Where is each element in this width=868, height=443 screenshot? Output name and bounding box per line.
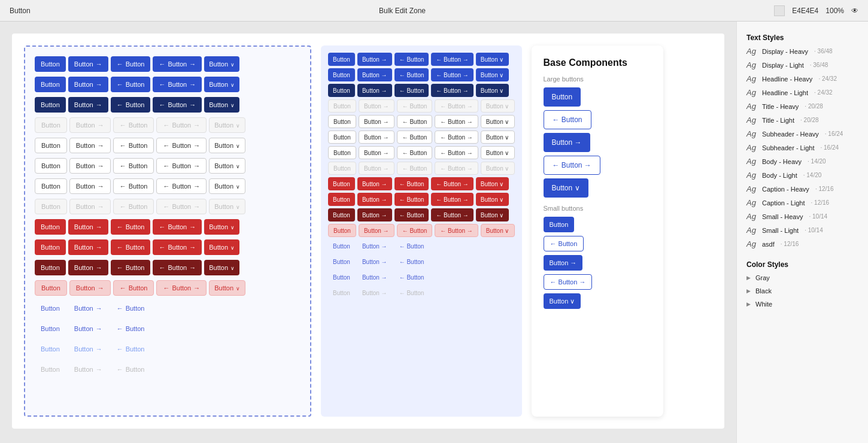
sm-blue-chev-2[interactable]: Button ∨ [476,68,509,81]
sm-navy-chev[interactable]: Button ∨ [476,84,509,97]
sm-link-left-3[interactable]: ← Button [394,271,429,284]
sm-navy-plain[interactable]: Button [328,84,355,97]
sm-blue-both-2[interactable]: ← Button → [431,68,473,81]
sm-ghost-both[interactable]: ← Button → [435,99,478,113]
eye-icon[interactable]: 👁 [851,7,858,15]
btn-red-dark-left[interactable]: Button [111,260,151,275]
sm-blue-arrow-2[interactable]: Button → [357,68,392,81]
btn-link-arrow-4[interactable]: Button [68,362,108,377]
btn-link-plain-4[interactable]: Button [35,362,66,377]
text-style-headline-light[interactable]: Ag Headline - Light · 24/32 [737,86,868,99]
btn-ghost-chev[interactable]: Button [209,117,245,133]
btn-link-left-1[interactable]: Button [111,301,151,316]
btn-blue-chevron[interactable]: Button [204,56,239,72]
text-style-display-heavy[interactable]: Ag Display - Heavy · 36/48 [737,44,868,58]
btn-outline-plain-2[interactable]: Button [35,158,67,174]
sm-outline-both-3[interactable]: ← Button → [435,146,478,159]
sm-outline-left-2[interactable]: ← Button [397,131,433,144]
sm-outline-both-2[interactable]: ← Button → [435,131,478,144]
btn-outline-left-1[interactable]: Button [113,138,154,153]
btn-ghost-2-both[interactable]: Button [156,199,207,214]
btn-ghost-both[interactable]: Button [156,117,207,133]
btn-red-left-2[interactable]: Button [111,239,151,255]
sm-red-arrow-1[interactable]: Button → [357,177,392,190]
btn-link-arrow-1[interactable]: Button [68,301,108,316]
sm-blue-left-2[interactable]: ← Button [394,68,429,81]
btn-outline-plain-1[interactable]: Button [35,138,67,153]
btn-blue-2-left[interactable]: Button [111,77,151,92]
btn-blue-arrow[interactable]: Button [68,56,108,72]
bc-small-btn-2[interactable]: ← Button [544,236,584,251]
text-style-caption-light[interactable]: Ag Caption - Light · 12/16 [737,196,868,210]
sm-outline-both-1[interactable]: ← Button → [435,115,478,128]
sm-outline-left-3[interactable]: ← Button [397,146,433,159]
sm-blue-plain-1[interactable]: Button [328,53,355,66]
btn-red-chev-2[interactable]: Button [204,239,239,255]
btn-navy-left[interactable]: Button [111,97,151,113]
text-style-subheader-light[interactable]: Ag Subheader - Light · 16/24 [737,141,868,154]
btn-red-light-left[interactable]: Button [113,280,154,296]
bc-large-btn-1[interactable]: Button [544,87,581,107]
sm-outline-arrow-2[interactable]: Button → [359,131,394,144]
btn-outline-plain-3[interactable]: Button [35,178,67,194]
bc-small-btn-1[interactable]: Button [544,217,575,232]
text-style-small-light[interactable]: Ag Small - Light · 10/14 [737,223,868,237]
sm-ghost2-arrow[interactable]: Button → [359,162,394,175]
text-style-title-heavy[interactable]: Ag Title - Heavy · 20/28 [737,99,868,113]
bc-small-btn-4[interactable]: ← Button → [544,274,593,290]
btn-outline-chev-3[interactable]: Button [209,178,245,194]
sm-ghost2-plain[interactable]: Button [328,162,356,175]
btn-link-left-2[interactable]: Button [111,321,151,336]
sm-link-plain-1[interactable]: Button [328,239,355,253]
text-style-display-light[interactable]: Ag Display - Light · 36/48 [737,58,868,72]
btn-ghost-arrow[interactable]: Button [69,117,111,133]
btn-red-both-2[interactable]: Button [153,239,202,255]
sm-link-left-4[interactable]: ← Button [394,286,429,299]
btn-red-light-plain[interactable]: Button [35,280,67,296]
btn-blue-2-both[interactable]: Button [153,77,202,92]
btn-red-plain-2[interactable]: Button [35,239,66,255]
sm-ghost2-chev[interactable]: Button ∨ [481,162,515,175]
bc-large-btn-3[interactable]: Button → [544,133,590,152]
color-group-white[interactable]: ▶ White [737,298,868,311]
sm-outline-plain-2[interactable]: Button [328,131,356,144]
sm-link-arrow-1[interactable]: Button → [357,239,392,253]
bc-small-btn-3[interactable]: Button → [544,255,583,271]
sm-red-light-arrow[interactable]: Button → [359,224,394,237]
btn-outline-left-2[interactable]: Button [113,158,154,174]
btn-outline-chev-1[interactable]: Button [209,138,245,153]
sm-link-plain-3[interactable]: Button [328,271,355,284]
btn-outline-both-2[interactable]: Button [156,158,207,174]
btn-red-plain-1[interactable]: Button [35,219,66,235]
sm-navy-both[interactable]: ← Button → [431,84,473,97]
sm-blue-plain-2[interactable]: Button [328,68,355,81]
btn-blue-left-arrow[interactable]: Button [111,56,151,72]
sm-link-plain-2[interactable]: Button [328,255,355,268]
btn-navy-plain[interactable]: Button [35,97,66,113]
btn-red-both-1[interactable]: Button [153,219,202,235]
sm-outline-chev-2[interactable]: Button ∨ [481,131,515,144]
sm-red-dark-both[interactable]: ← Button → [431,208,473,222]
sm-blue-left-1[interactable]: ← Button [394,53,429,66]
btn-red-left-1[interactable]: Button [111,219,151,235]
bc-large-btn-2[interactable]: ← Button [544,110,591,129]
sm-red-dark-arrow[interactable]: Button → [357,208,392,222]
text-style-subheader-heavy[interactable]: Ag Subheader - Heavy · 16/24 [737,127,868,141]
btn-link-arrow-3[interactable]: Button [68,341,108,357]
sm-outline-plain-1[interactable]: Button [328,115,356,128]
btn-red-light-chev[interactable]: Button [209,280,245,296]
btn-red-dark-both[interactable]: Button [153,260,202,275]
btn-link-plain-2[interactable]: Button [35,321,66,336]
sm-red-dark-chev[interactable]: Button ∨ [476,208,509,222]
btn-outline-arrow-1[interactable]: Button [69,138,111,153]
sm-link-arrow-3[interactable]: Button → [357,271,392,284]
sm-red-dark-plain[interactable]: Button [328,208,355,222]
sm-red-left-2[interactable]: ← Button [394,193,429,206]
btn-red-dark-plain[interactable]: Button [35,260,66,275]
btn-navy-arrow[interactable]: Button [68,97,108,113]
btn-ghost-2-left[interactable]: Button [113,199,154,214]
btn-blue-2-chev[interactable]: Button [204,77,239,92]
sm-outline-arrow-3[interactable]: Button → [359,146,394,159]
sm-red-left-1[interactable]: ← Button [394,177,429,190]
sm-navy-left[interactable]: ← Button [394,84,429,97]
